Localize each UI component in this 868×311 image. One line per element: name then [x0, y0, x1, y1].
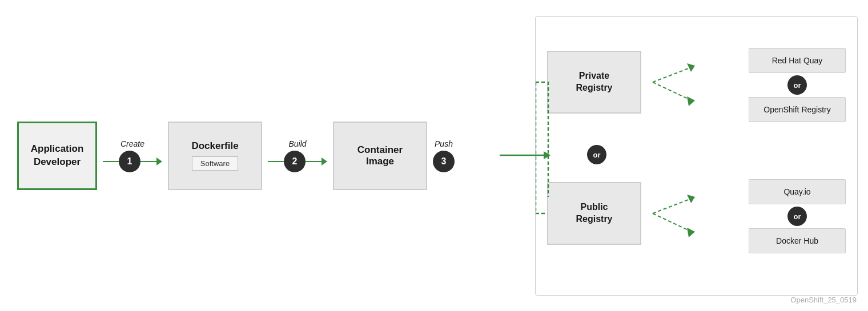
private-options-group: Red Hat Quay or OpenShift Registry	[749, 48, 846, 122]
private-registry-box: Private Registry	[547, 51, 641, 114]
private-registry-label-line1: Private	[579, 70, 609, 82]
public-registry-box: Public Registry	[547, 182, 641, 245]
watermark-text: OpenShift_25_0519	[790, 296, 857, 304]
openshift-registry-label: OpenShift Registry	[763, 105, 831, 114]
container-image-box: Container Image	[333, 122, 427, 190]
private-or-circle: or	[787, 75, 807, 95]
quay-io-box: Quay.io	[749, 179, 846, 204]
step1-arrow-group: 1	[103, 151, 162, 172]
container-image-label-line2: Image	[366, 156, 394, 167]
app-developer-label-line2: Developer	[34, 156, 81, 168]
step1-arrowhead	[156, 157, 162, 165]
step2-line	[268, 161, 284, 162]
main-flow: Application Developer Create 1 Dockerfil…	[17, 122, 460, 190]
step2-arrow-group: 2	[268, 151, 327, 172]
right-panel: Private Registry or Public Registry Red …	[535, 16, 858, 296]
step3-connector: Push 3	[433, 139, 455, 172]
step1-connector: Create 1	[103, 139, 162, 172]
main-or-label: or	[593, 151, 601, 159]
dockerfile-box: Dockerfile Software	[168, 122, 262, 190]
step2-line2	[306, 161, 322, 162]
step2-arrowhead	[322, 157, 327, 165]
step3-circle: 3	[433, 151, 455, 172]
openshift-registry-box: OpenShift Registry	[749, 97, 846, 122]
public-or-circle: or	[787, 207, 807, 226]
docker-hub-box: Docker Hub	[749, 228, 846, 253]
docker-hub-label: Docker Hub	[776, 236, 818, 245]
step2-circle: 2	[284, 151, 306, 172]
step1-line2	[140, 161, 156, 162]
red-hat-quay-box: Red Hat Quay	[749, 48, 846, 73]
step3-label: Push	[435, 139, 453, 148]
svg-marker-8	[687, 96, 695, 106]
public-registry-label-line1: Public	[580, 201, 608, 213]
svg-marker-12	[687, 228, 695, 237]
main-or-circle: or	[587, 145, 606, 164]
private-registry-label-line2: Registry	[576, 82, 612, 94]
svg-marker-10	[687, 195, 695, 203]
container-image-label-line1: Container	[357, 144, 403, 156]
svg-line-5	[653, 67, 693, 82]
app-developer-box: Application Developer	[17, 122, 97, 190]
watermark: OpenShift_25_0519	[790, 296, 857, 304]
step3-arrow-group: 3	[433, 151, 455, 172]
dockerfile-label: Dockerfile	[191, 140, 238, 152]
public-or-label: or	[794, 212, 801, 221]
svg-line-9	[653, 198, 693, 213]
quay-io-label: Quay.io	[783, 187, 810, 196]
public-registry-label-line2: Registry	[576, 213, 612, 225]
step1-circle: 1	[119, 151, 140, 172]
svg-marker-6	[687, 63, 695, 72]
svg-line-11	[653, 213, 693, 232]
svg-line-7	[653, 82, 693, 101]
app-developer-label-line1: Application	[31, 143, 84, 155]
private-or-label: or	[794, 81, 801, 90]
software-sublabel: Software	[192, 156, 238, 171]
step2-connector: Build 2	[268, 139, 327, 172]
red-hat-quay-label: Red Hat Quay	[772, 56, 823, 65]
diagram-container: Application Developer Create 1 Dockerfil…	[0, 0, 868, 311]
step1-label: Create	[120, 139, 144, 148]
public-options-group: Quay.io or Docker Hub	[749, 179, 846, 253]
step2-label: Build	[288, 139, 306, 148]
step1-line	[103, 161, 119, 162]
